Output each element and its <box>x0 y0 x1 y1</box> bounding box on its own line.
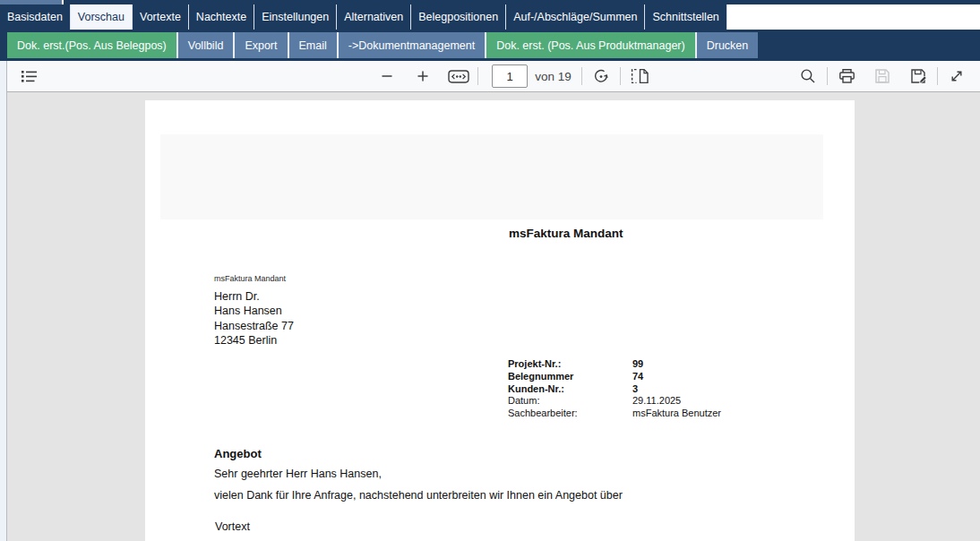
toolbar-left-group <box>16 64 41 89</box>
fit-width-button[interactable] <box>446 64 471 89</box>
fit-width-icon <box>448 70 469 83</box>
info-value: 29.11.2025 <box>632 395 681 408</box>
info-value: 74 <box>632 371 643 383</box>
info-value: msFaktura Benutzer <box>632 408 721 420</box>
page-number-input[interactable] <box>492 64 528 88</box>
toolbar-separator <box>477 67 478 85</box>
intro-line: vielen Dank für Ihre Anfrage, nachstehen… <box>214 489 623 502</box>
sidebar-toggle-button[interactable] <box>16 64 41 89</box>
pdf-viewer: von 19 <box>0 61 980 541</box>
tab-vorschau[interactable]: Vorschau <box>71 4 133 30</box>
pretext-label: Vortext <box>215 520 250 533</box>
search-icon <box>799 67 817 85</box>
page-view-icon <box>630 68 649 84</box>
action-bar: Dok. erst.(Pos. Aus Belegpos) Vollbild E… <box>0 30 980 61</box>
save-button[interactable] <box>870 64 895 89</box>
tab-auf-abschlaege-summen[interactable]: Auf-/Abschläge/Summen <box>506 4 645 30</box>
document-page: msFaktura Mandant msFaktura Mandant Herr… <box>145 100 855 541</box>
pdf-toolbar: von 19 <box>7 61 980 92</box>
tab-belegpositionen[interactable]: Belegpositionen <box>411 4 506 30</box>
tab-einstellungen[interactable]: Einstellungen <box>254 4 337 30</box>
save-as-button[interactable] <box>906 64 931 89</box>
export-button[interactable]: Export <box>233 32 287 58</box>
document-info-block: Projekt-Nr.: 99 Belegnummer 74 Kunden-Nr… <box>508 358 721 420</box>
zoom-in-button[interactable] <box>410 64 435 89</box>
sender-line: msFaktura Mandant <box>214 274 286 283</box>
company-header: msFaktura Mandant <box>509 227 623 240</box>
toolbar-separator <box>620 67 621 85</box>
tab-bar: Basisdaten Vorschau Vortexte Nachtexte E… <box>0 4 980 30</box>
recipient-line: Herrn Dr. <box>214 289 294 304</box>
save-icon <box>873 67 891 85</box>
toolbar-separator <box>581 67 582 85</box>
info-label: Kunden-Nr.: <box>508 383 632 396</box>
save-as-icon <box>909 67 928 85</box>
viewer-main: von 19 <box>7 61 980 541</box>
email-button[interactable]: Email <box>288 32 337 58</box>
page-view-button[interactable] <box>627 64 652 89</box>
rotate-page-icon <box>592 67 610 85</box>
tab-schnittstellen[interactable]: Schnittstellen <box>645 4 726 30</box>
fullscreen-button[interactable]: Vollbild <box>176 32 234 58</box>
info-label: Belegnummer <box>508 371 632 383</box>
tab-alternativen[interactable]: Alternativen <box>337 4 411 30</box>
document-subject: Angebot <box>214 447 262 460</box>
tab-vortexte[interactable]: Vortexte <box>133 4 189 30</box>
info-row-sachbearbeiter: Sachbearbeiter: msFaktura Benutzer <box>508 408 721 420</box>
print-button[interactable]: Drucken <box>695 32 759 58</box>
fullscreen-toggle-button[interactable] <box>944 64 969 89</box>
salutation-line: Sehr geehrter Herr Hans Hansen, <box>214 468 382 480</box>
info-row-belegnummer: Belegnummer 74 <box>508 371 721 383</box>
document-management-button[interactable]: ->Dokumentmanagement <box>337 32 485 58</box>
create-doc-from-produktmanager-button[interactable]: Dok. erst. (Pos. Aus Produktmanager) <box>485 32 695 58</box>
tab-basisdaten[interactable]: Basisdaten <box>0 4 71 30</box>
zoom-out-icon <box>380 69 394 83</box>
info-value: 99 <box>632 358 643 371</box>
search-button[interactable] <box>795 64 821 89</box>
info-label: Projekt-Nr.: <box>508 358 632 371</box>
page-total-label: von 19 <box>535 70 572 83</box>
toolbar-separator <box>827 67 828 85</box>
info-row-datum: Datum: 29.11.2025 <box>508 395 721 408</box>
zoom-in-icon <box>416 69 430 83</box>
tab-nachtexte[interactable]: Nachtexte <box>189 4 254 30</box>
recipient-line: Hansestraße 77 <box>214 319 294 333</box>
fullscreen-icon <box>949 68 965 84</box>
viewer-left-strip <box>0 61 7 541</box>
rotate-page-button[interactable] <box>589 64 614 89</box>
recipient-line: Hans Hansen <box>214 304 294 318</box>
print-pdf-button[interactable] <box>834 64 859 89</box>
toolbar-right-group <box>795 64 969 89</box>
info-row-projekt-nr: Projekt-Nr.: 99 <box>508 358 721 371</box>
toolbar-center-group: von 19 <box>374 64 652 89</box>
sidebar-toggle-icon <box>21 69 38 83</box>
info-row-kunden-nr: Kunden-Nr.: 3 <box>508 383 721 396</box>
info-label: Datum: <box>508 395 632 408</box>
recipient-line: 12345 Berlin <box>214 333 294 348</box>
recipient-address: Herrn Dr. Hans Hansen Hansestraße 77 123… <box>214 289 294 348</box>
app-window: Basisdaten Vorschau Vortexte Nachtexte E… <box>0 0 980 541</box>
zoom-out-button[interactable] <box>374 64 400 89</box>
create-doc-from-belegpos-button[interactable]: Dok. erst.(Pos. Aus Belegpos) <box>7 32 176 58</box>
document-viewport[interactable]: msFaktura Mandant msFaktura Mandant Herr… <box>7 92 980 541</box>
toolbar-separator <box>937 67 938 85</box>
info-value: 3 <box>632 383 638 396</box>
letterhead-placeholder <box>160 134 823 219</box>
info-label: Sachbearbeiter: <box>508 408 632 420</box>
printer-icon <box>838 67 856 85</box>
